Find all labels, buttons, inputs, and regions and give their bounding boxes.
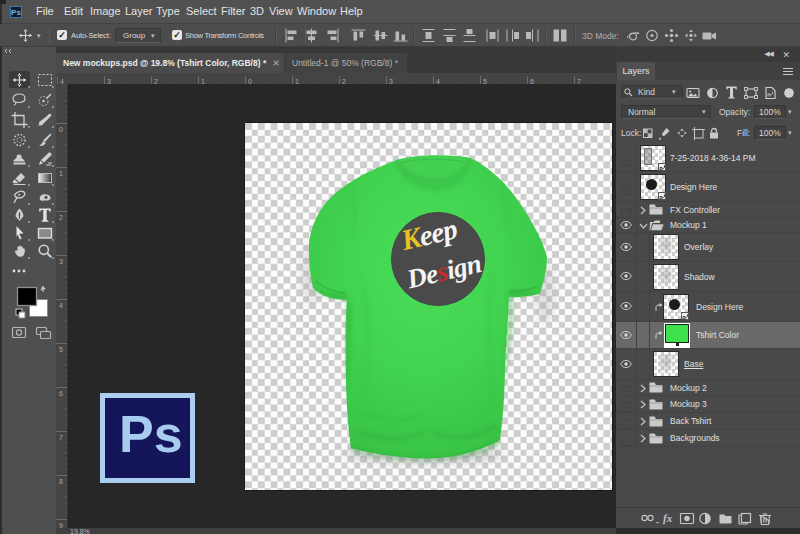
svg-text:fx: fx [663, 512, 673, 524]
svg-text:3: 3 [59, 258, 63, 265]
svg-text:0: 0 [59, 126, 63, 133]
svg-text:6: 6 [59, 390, 63, 397]
svg-text:8: 8 [59, 478, 63, 485]
svg-text:4: 4 [59, 302, 63, 309]
svg-text:7: 7 [59, 434, 63, 441]
svg-text:3D Mode:: 3D Mode: [582, 31, 619, 41]
svg-text:5: 5 [59, 346, 63, 353]
svg-text:1: 1 [59, 170, 63, 177]
svg-text:2: 2 [59, 214, 63, 221]
